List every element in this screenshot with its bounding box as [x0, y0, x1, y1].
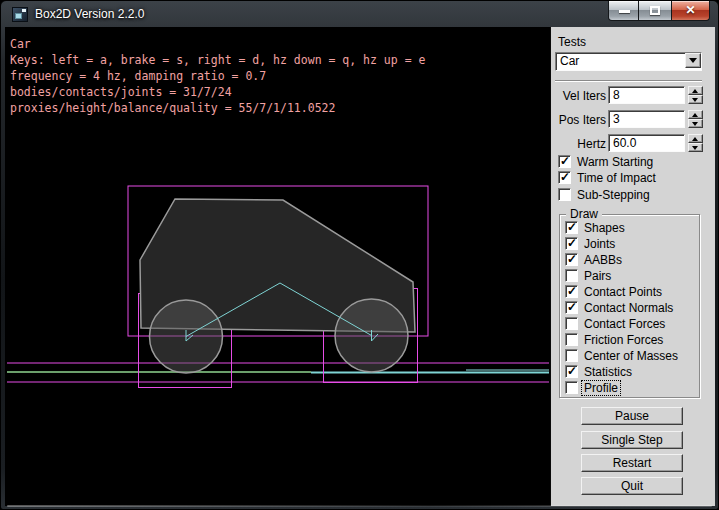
- title-bar[interactable]: Box2D Version 2.2.0 ✕: [1, 1, 718, 27]
- separator: [555, 80, 702, 82]
- spinner-down-button[interactable]: [688, 143, 703, 152]
- checkbox-box[interactable]: [565, 349, 578, 362]
- hertz-input[interactable]: 60.0: [608, 134, 685, 152]
- checkbox-box[interactable]: ✓: [565, 301, 578, 314]
- chevron-down-icon: [689, 58, 697, 63]
- check-icon: ✓: [567, 284, 577, 298]
- hertz-label: Hertz: [551, 137, 606, 151]
- arrow-up-icon: [692, 89, 698, 93]
- caption-buttons: ✕: [608, 1, 710, 21]
- checkbox-box[interactable]: ✓: [558, 171, 571, 184]
- restart-button[interactable]: Restart: [581, 454, 683, 472]
- vel-iters-input[interactable]: 8: [608, 86, 685, 104]
- pause-button[interactable]: Pause: [581, 407, 683, 425]
- test-select-dropdown-button[interactable]: [685, 53, 701, 68]
- vel-iters-stepper[interactable]: [688, 86, 703, 104]
- minimize-button[interactable]: [608, 1, 639, 21]
- maximize-icon: [650, 6, 660, 15]
- bodies-stats-text: bodies/contacts/joints = 31/7/24: [10, 85, 232, 100]
- draw-group-label: Draw: [566, 207, 602, 221]
- check-icon: ✓: [560, 170, 570, 184]
- checkbox-box[interactable]: [565, 317, 578, 330]
- control-panel: Tests Car Vel Iters 8 Pos Iters 3: [550, 27, 715, 506]
- pos-iters-label: Pos Iters: [551, 113, 606, 127]
- window-title: Box2D Version 2.2.0: [35, 7, 144, 21]
- check-icon: ✓: [560, 154, 570, 168]
- spinner-up-button[interactable]: [688, 134, 703, 143]
- arrow-up-icon: [692, 137, 698, 141]
- check-icon: ✓: [567, 300, 577, 314]
- single-step-button[interactable]: Single Step: [581, 431, 683, 449]
- box2d-app-icon: [12, 7, 28, 22]
- arrow-down-icon: [692, 146, 698, 150]
- arrow-up-icon: [692, 113, 698, 117]
- check-icon: ✓: [567, 252, 577, 266]
- checkbox-box[interactable]: ✓: [565, 221, 578, 234]
- minimize-icon: [619, 10, 630, 13]
- frequency-text: frequency = 4 hz, damping ratio = 0.7: [10, 69, 266, 84]
- checkbox-box[interactable]: ✓: [565, 285, 578, 298]
- checkbox-box[interactable]: [565, 333, 578, 346]
- arrow-down-icon: [692, 98, 698, 102]
- check-icon: ✓: [567, 364, 577, 378]
- test-select-value: Car: [560, 54, 579, 68]
- close-icon: ✕: [672, 3, 709, 17]
- maximize-button[interactable]: [639, 1, 671, 21]
- keys-help-text: Keys: left = a, brake = s, right = d, hz…: [10, 53, 425, 68]
- checkbox-box[interactable]: [565, 269, 578, 282]
- checkbox-box[interactable]: [565, 381, 578, 394]
- checkbox-box[interactable]: ✓: [565, 365, 578, 378]
- pos-iters-stepper[interactable]: [688, 110, 703, 128]
- check-icon: ✓: [567, 236, 577, 250]
- tests-label: Tests: [558, 35, 586, 49]
- spinner-down-button[interactable]: [688, 95, 703, 104]
- app-window: Box2D Version 2.2.0 ✕: [0, 0, 719, 510]
- test-title-text: Car: [10, 37, 31, 52]
- vel-iters-label: Vel Iters: [551, 89, 606, 103]
- checkbox-box[interactable]: ✓: [565, 237, 578, 250]
- physics-viewport[interactable]: Car Keys: left = a, brake = s, right = d…: [5, 27, 550, 506]
- close-button[interactable]: ✕: [671, 1, 710, 21]
- spinner-down-button[interactable]: [688, 119, 703, 128]
- proxies-stats-text: proxies/height/balance/quality = 55/7/1/…: [10, 101, 335, 116]
- checkbox-box[interactable]: ✓: [558, 155, 571, 168]
- test-select[interactable]: Car: [555, 52, 702, 71]
- checkbox-box[interactable]: ✓: [565, 253, 578, 266]
- arrow-down-icon: [692, 122, 698, 126]
- spinner-up-button[interactable]: [688, 86, 703, 95]
- pos-iters-input[interactable]: 3: [608, 110, 685, 128]
- check-icon: ✓: [567, 220, 577, 234]
- hertz-stepper[interactable]: [688, 134, 703, 152]
- quit-button[interactable]: Quit: [581, 477, 683, 495]
- spinner-up-button[interactable]: [688, 110, 703, 119]
- checkbox-box[interactable]: [558, 188, 571, 201]
